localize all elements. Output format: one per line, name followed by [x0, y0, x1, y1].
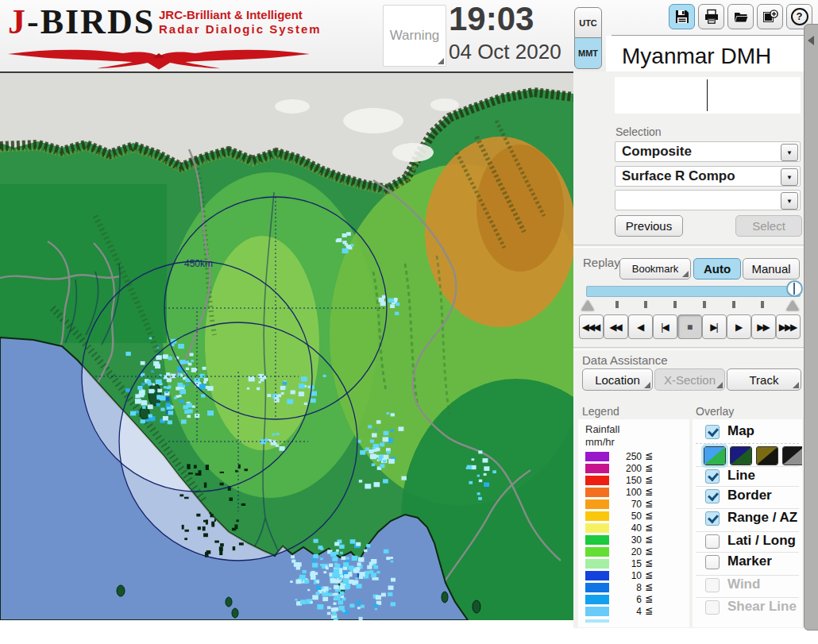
track-button[interactable]: Track	[727, 368, 801, 391]
add-image-button[interactable]	[757, 4, 783, 29]
legend-swatch	[585, 559, 609, 569]
legend-label: Legend	[582, 405, 619, 418]
slider-tick	[644, 301, 647, 308]
overlay-checkbox-shear-line[interactable]	[705, 600, 720, 615]
legend-suffix: ≦	[645, 522, 653, 533]
fast-forward-button[interactable]: ▶▶	[751, 314, 776, 339]
slider-tick	[732, 301, 735, 308]
slider-tick	[615, 301, 619, 308]
open-folder-button[interactable]	[727, 4, 754, 29]
map-style-swatch[interactable]	[730, 446, 752, 465]
legend-value: 4	[610, 606, 642, 617]
replay-slider-track[interactable]	[586, 286, 801, 297]
print-button[interactable]	[698, 4, 724, 29]
overlay-item-label: Map	[727, 423, 754, 439]
overlay-separator	[696, 443, 799, 445]
product-dropdown[interactable]: Surface R Compo ▼	[615, 166, 801, 187]
chevron-down-icon[interactable]: ▼	[781, 168, 798, 186]
chevron-down-icon[interactable]: ▼	[781, 144, 798, 161]
extra-dropdown[interactable]: ▼	[615, 190, 801, 210]
collapse-left-icon	[808, 36, 814, 45]
overlay-row: Range / AZ	[693, 511, 802, 530]
control-panel: Selection Composite ▼ Surface R Compo ▼ …	[573, 71, 804, 628]
jump-start-button[interactable]: ◀◀◀	[579, 314, 604, 339]
text-entry-box[interactable]	[615, 77, 801, 114]
location-button[interactable]: Location	[582, 368, 653, 391]
map-style-swatch[interactable]	[782, 446, 802, 465]
overlay-label: Overlay	[696, 405, 734, 418]
x-section-button[interactable]: X-Section	[654, 368, 725, 391]
stop-button[interactable]: ■	[677, 314, 702, 339]
data-assistance-label: Data Assistance	[582, 353, 668, 367]
radar-map[interactable]: 450km	[0, 73, 573, 620]
map-style-swatch[interactable]	[704, 446, 726, 465]
overlay-checkbox-wind[interactable]	[705, 578, 720, 592]
overlay-checkbox-border[interactable]	[705, 489, 720, 503]
legend-value: 8	[610, 582, 642, 593]
save-button[interactable]	[669, 4, 695, 29]
slider-tick	[673, 301, 677, 308]
overlay-checkbox-line[interactable]	[705, 469, 720, 484]
legend-swatch-partial	[585, 619, 609, 623]
slider-tick	[761, 301, 764, 308]
panel-collapse-strip[interactable]	[804, 24, 818, 631]
bookmark-button[interactable]: Bookmark	[619, 258, 691, 280]
legend-row: 15≦	[578, 558, 689, 569]
legend-value: 15	[610, 558, 642, 569]
timezone-mmt-button[interactable]: MMT	[574, 37, 602, 69]
logo-subtitle-line1: JRC-Brilliant & Intelligent	[159, 8, 322, 22]
legend-swatch	[585, 571, 609, 580]
auto-mode-button[interactable]: Auto	[693, 258, 741, 280]
playback-controls: ◀◀◀◀◀◀|◀■▶|▶▶▶▶▶▶	[579, 314, 801, 339]
reverse-play-button[interactable]: ◀	[628, 314, 653, 339]
legend-swatch	[585, 523, 609, 533]
timezone-utc-button[interactable]: UTC	[574, 7, 602, 39]
legend-swatch	[585, 607, 609, 616]
overlay-separator	[696, 552, 799, 553]
step-back-button[interactable]: |◀	[653, 314, 677, 339]
legend-suffix: ≦	[645, 498, 653, 509]
legend-row: 4≦	[578, 606, 689, 617]
legend-units: mm/hr	[585, 436, 615, 448]
overlay-checkbox-map[interactable]	[705, 425, 720, 439]
toolbar-separator	[612, 35, 804, 36]
legend-suffix: ≦	[645, 581, 653, 592]
legend-box: Rainfall mm/hr 250≦200≦150≦100≦70≦50≦40≦…	[578, 419, 689, 627]
slider-end-marker[interactable]	[786, 300, 799, 310]
legend-value: 100	[610, 487, 642, 498]
slider-start-marker[interactable]	[581, 300, 594, 310]
play-button[interactable]: ▶	[727, 314, 751, 339]
overlay-checkbox-range-az[interactable]	[705, 511, 720, 526]
jump-end-button[interactable]: ▶▶▶	[776, 314, 801, 339]
overlay-checkbox-lati-long[interactable]	[705, 534, 720, 549]
legend-title: Rainfall	[585, 423, 619, 435]
legend-row: 8≦	[578, 582, 689, 593]
overlay-row: Lati / Long	[693, 534, 802, 553]
legend-row: 6≦	[578, 594, 689, 605]
legend-value: 10	[610, 570, 642, 581]
overlay-item-label: Border	[727, 488, 772, 503]
overlay-item-label: Wind	[727, 577, 760, 592]
manual-mode-button[interactable]: Manual	[743, 258, 800, 280]
replay-slider-thumb[interactable]	[786, 280, 803, 297]
composite-dropdown[interactable]: Composite ▼	[615, 141, 801, 162]
step-forward-button[interactable]: ▶|	[702, 314, 727, 339]
overlay-item-label: Lati / Long	[727, 533, 796, 549]
logo-subtitle: JRC-Brilliant & Intelligent Radar Dialog…	[159, 8, 322, 37]
overlay-row: Map	[693, 424, 802, 443]
legend-swatch	[585, 511, 609, 521]
fast-rewind-button[interactable]: ◀◀	[604, 314, 628, 339]
chevron-down-icon[interactable]: ▼	[781, 192, 798, 210]
overlay-row: Border	[693, 488, 802, 507]
swatch-diagonal	[704, 447, 725, 465]
overlay-checkbox-marker[interactable]	[705, 555, 720, 569]
previous-button[interactable]: Previous	[615, 215, 683, 237]
warning-button[interactable]: Warning	[383, 5, 446, 67]
separator	[573, 347, 804, 350]
legend-swatch	[585, 547, 609, 557]
range-label: 450km	[184, 258, 213, 269]
map-style-swatch[interactable]	[756, 446, 778, 465]
select-button[interactable]: Select	[735, 215, 802, 237]
overlay-row: Marker	[693, 554, 802, 573]
legend-suffix: ≦	[645, 557, 653, 569]
